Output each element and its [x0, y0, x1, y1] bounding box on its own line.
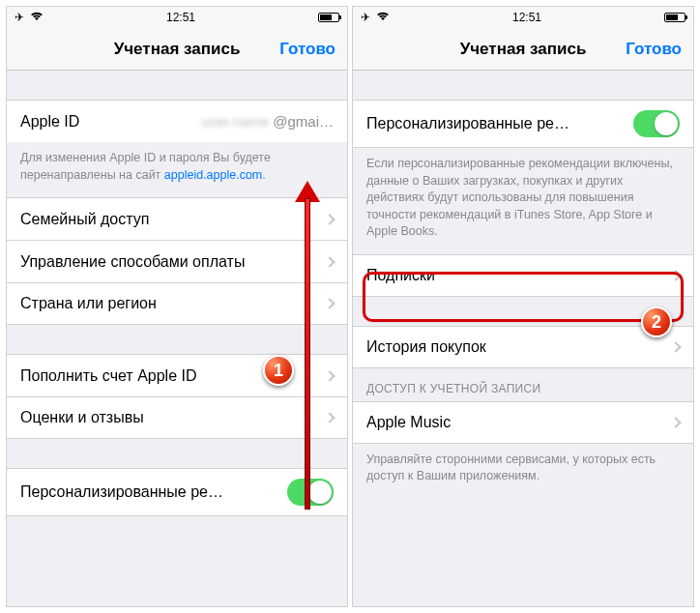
subscriptions-row[interactable]: Подписки — [353, 254, 693, 297]
status-bar: ✈ 12:51 — [353, 7, 693, 28]
personalized-footer: Если персонализированные рекомендации вк… — [353, 148, 693, 254]
battery-icon — [318, 13, 339, 22]
wifi-icon — [376, 11, 390, 24]
content-right: Персонализированные ре… Если персонализи… — [353, 71, 693, 606]
chevron-right-icon — [324, 412, 335, 423]
done-button[interactable]: Готово — [626, 40, 682, 59]
nav-title: Учетная запись — [460, 40, 587, 59]
nav-bar: Учетная запись Готово — [353, 28, 693, 71]
battery-icon — [664, 13, 685, 22]
chevron-right-icon — [324, 298, 335, 308]
topup-row[interactable]: Пополнить счет Apple ID — [7, 354, 347, 396]
airplane-icon: ✈ — [15, 11, 24, 24]
chevron-right-icon — [670, 417, 681, 427]
apple-id-footer: Для изменения Apple ID и пароля Вы будет… — [7, 142, 347, 197]
chevron-right-icon — [670, 270, 681, 280]
personalized-row[interactable]: Персонализированные ре… — [7, 468, 347, 516]
apple-id-label: Apple ID — [20, 113, 201, 131]
chevron-right-icon — [670, 341, 681, 352]
status-time: 12:51 — [166, 11, 195, 24]
payment-methods-row[interactable]: Управление способами оплаты — [7, 240, 347, 282]
status-time: 12:51 — [512, 11, 541, 24]
status-bar: ✈ 12:51 — [7, 7, 347, 28]
account-access-header: ДОСТУП К УЧЕТНОЙ ЗАПИСИ — [353, 368, 693, 401]
screenshot-right: ✈ 12:51 Учетная запись Готово Персонализ… — [352, 6, 694, 607]
step-badge-1: 1 — [263, 355, 294, 386]
chevron-right-icon — [324, 256, 335, 267]
done-button[interactable]: Готово — [279, 40, 335, 59]
personalized-row[interactable]: Персонализированные ре… — [353, 100, 693, 148]
account-access-footer: Управляйте сторонними сервисами, у котор… — [353, 444, 693, 499]
chevron-right-icon — [324, 214, 335, 224]
country-region-row[interactable]: Страна или регион — [7, 282, 347, 325]
purchase-history-row[interactable]: История покупок — [353, 326, 693, 368]
apple-id-row[interactable]: Apple ID user.name @gmai… — [7, 100, 347, 142]
nav-bar: Учетная запись Готово — [7, 28, 347, 71]
content-left: Apple ID user.name @gmai… Для изменения … — [7, 71, 347, 606]
personalized-toggle[interactable] — [287, 479, 334, 506]
apple-id-value-blurred: user.name — [201, 113, 269, 130]
wifi-icon — [30, 11, 44, 24]
apple-id-value: @gmai… — [273, 113, 334, 130]
family-sharing-row[interactable]: Семейный доступ — [7, 197, 347, 240]
screenshot-left: ✈ 12:51 Учетная запись Готово Apple ID u… — [6, 6, 348, 607]
step-badge-2: 2 — [641, 306, 672, 337]
nav-title: Учетная запись — [114, 40, 241, 59]
chevron-right-icon — [324, 370, 335, 381]
airplane-icon: ✈ — [361, 11, 370, 24]
personalized-toggle[interactable] — [633, 110, 680, 137]
ratings-reviews-row[interactable]: Оценки и отзывы — [7, 396, 347, 439]
apple-music-row[interactable]: Apple Music — [353, 401, 693, 444]
appleid-link[interactable]: appleid.apple.com — [164, 168, 262, 182]
